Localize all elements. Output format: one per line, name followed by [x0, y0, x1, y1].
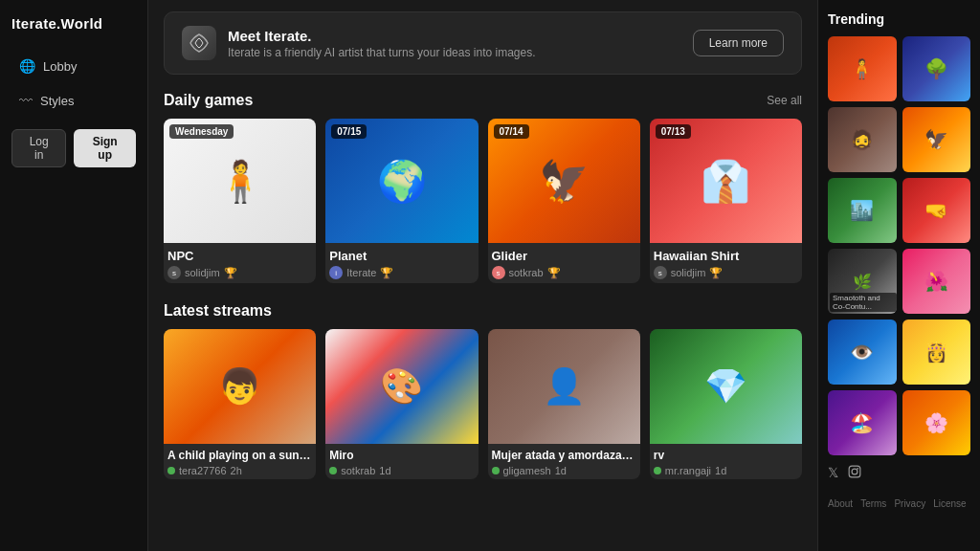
- online-dot-child: [167, 467, 175, 474]
- stream-title-miro: Miro: [329, 449, 474, 462]
- stream-meta-child: tera27766 2h: [167, 465, 312, 476]
- sidebar: Iterate.World 🌐 Lobby 〰 Styles Log in Si…: [0, 0, 148, 551]
- game-author-glider: s sotkrab 🏆: [492, 266, 636, 279]
- trending-item-0[interactable]: 🧍: [828, 36, 897, 101]
- game-card-hawaiian[interactable]: 👔 07/13 Hawaiian Shirt s solidjim 🏆: [650, 119, 802, 283]
- stream-meta-mujer: gligamesh 1d: [492, 465, 636, 476]
- stream-info-rv: rv mr.rangaji 1d: [650, 444, 802, 479]
- banner-subtitle: Iterate is a friendly AI artist that tur…: [228, 46, 536, 59]
- trophy-icon-npc: 🏆: [224, 267, 237, 279]
- sidebar-label-lobby: Lobby: [43, 59, 77, 74]
- trending-sidebar: Trending 🧍 🌳 🧔 🦅 🏙️ 🤜 🌿 Smaototh and Co-…: [817, 0, 980, 551]
- game-card-npc[interactable]: 🧍 Wednesday NPC s solidjim 🏆: [164, 119, 316, 283]
- game-info-hawaiian: Hawaiian Shirt s solidjim 🏆: [650, 243, 802, 283]
- styles-icon: 〰: [19, 93, 33, 108]
- trending-item-8[interactable]: 👁️: [828, 320, 897, 385]
- twitter-icon[interactable]: 𝕏: [828, 465, 838, 481]
- trending-item-4[interactable]: 🏙️: [828, 178, 897, 243]
- svg-rect-0: [849, 466, 860, 477]
- online-dot-miro: [329, 467, 337, 474]
- sidebar-item-styles[interactable]: 〰 Styles: [11, 87, 136, 114]
- social-icons: 𝕏: [828, 465, 970, 481]
- latest-streams-header: Latest streams: [164, 302, 802, 320]
- author-avatar-planet: i: [329, 266, 343, 279]
- game-name-hawaiian: Hawaiian Shirt: [654, 249, 798, 263]
- online-dot-mujer: [492, 467, 500, 474]
- trending-title: Trending: [828, 11, 970, 27]
- game-info-npc: NPC s solidjim 🏆: [164, 243, 316, 283]
- trophy-icon-hawaiian: 🏆: [709, 267, 723, 279]
- trending-item-9[interactable]: 👸: [902, 320, 971, 385]
- banner-icon: [182, 26, 216, 60]
- signup-button[interactable]: Sign up: [74, 129, 136, 167]
- streams-grid: 👦 A child playing on a sunny h... tera27…: [164, 329, 802, 479]
- stream-card-rv[interactable]: 💎 rv mr.rangaji 1d: [650, 329, 802, 479]
- banner-text: Meet Iterate. Iterate is a friendly AI a…: [228, 28, 536, 59]
- main-content: Meet Iterate. Iterate is a friendly AI a…: [148, 0, 817, 551]
- login-button[interactable]: Log in: [11, 129, 66, 167]
- game-author-hawaiian: s solidjim 🏆: [654, 266, 798, 279]
- game-badge-planet: 07/15: [331, 124, 367, 139]
- game-card-glider[interactable]: 🦅 07/14 Glider s sotkrab 🏆: [488, 119, 640, 283]
- globe-icon: 🌐: [19, 58, 35, 74]
- trending-item-10[interactable]: 🏖️: [828, 390, 897, 455]
- trending-label-6: Smaototh and Co-Contu...: [830, 293, 897, 312]
- sidebar-item-lobby[interactable]: 🌐 Lobby: [11, 53, 136, 79]
- stream-card-mujer[interactable]: 👤 Mujer atada y amordazada c... gligames…: [488, 329, 640, 479]
- stream-title-mujer: Mujer atada y amordazada c...: [492, 449, 636, 462]
- stream-card-child[interactable]: 👦 A child playing on a sunny h... tera27…: [164, 329, 316, 479]
- stream-title-child: A child playing on a sunny h...: [167, 449, 312, 462]
- game-name-glider: Glider: [492, 249, 636, 263]
- stream-meta-rv: mr.rangaji 1d: [654, 465, 798, 476]
- daily-games-see-all[interactable]: See all: [767, 94, 802, 107]
- trending-grid: 🧍 🌳 🧔 🦅 🏙️ 🤜 🌿 Smaototh and Co-Contu... …: [828, 36, 970, 455]
- trending-item-3[interactable]: 🦅: [902, 107, 971, 172]
- trending-item-11[interactable]: 🌸: [902, 390, 971, 455]
- trophy-icon-planet: 🏆: [380, 267, 393, 279]
- game-badge-hawaiian: 07/13: [656, 124, 691, 139]
- instagram-icon[interactable]: [848, 465, 861, 481]
- banner-title: Meet Iterate.: [228, 28, 536, 44]
- daily-games-title: Daily games: [164, 92, 253, 109]
- stream-meta-miro: sotkrab 1d: [329, 465, 474, 476]
- stream-info-miro: Miro sotkrab 1d: [325, 444, 478, 479]
- banner: Meet Iterate. Iterate is a friendly AI a…: [164, 11, 802, 75]
- game-author-planet: i Iterate 🏆: [329, 266, 474, 279]
- daily-games-header: Daily games See all: [164, 92, 802, 109]
- trending-item-6[interactable]: 🌿 Smaototh and Co-Contu...: [828, 249, 897, 314]
- banner-left: Meet Iterate. Iterate is a friendly AI a…: [182, 26, 536, 60]
- footer-links: About Terms Privacy License: [828, 489, 970, 509]
- game-badge-glider: 07/14: [494, 124, 529, 139]
- logo: Iterate.World: [11, 15, 136, 32]
- author-avatar-glider: s: [492, 266, 505, 279]
- stream-info-mujer: Mujer atada y amordazada c... gligamesh …: [488, 444, 640, 479]
- footer-license[interactable]: License: [933, 498, 966, 509]
- game-badge-npc: Wednesday: [169, 124, 234, 139]
- author-avatar-hawaiian: s: [654, 266, 667, 279]
- game-card-planet[interactable]: 🌍 07/15 Planet i Iterate 🏆: [325, 119, 478, 283]
- svg-point-2: [857, 468, 858, 470]
- footer-about[interactable]: About: [828, 498, 853, 509]
- latest-streams-title: Latest streams: [164, 302, 272, 320]
- trending-item-2[interactable]: 🧔: [828, 107, 897, 172]
- trending-item-1[interactable]: 🌳: [902, 36, 971, 101]
- stream-info-child: A child playing on a sunny h... tera2776…: [164, 444, 316, 479]
- game-info-glider: Glider s sotkrab 🏆: [488, 243, 640, 283]
- game-name-npc: NPC: [167, 249, 312, 263]
- footer-terms[interactable]: Terms: [860, 498, 886, 509]
- game-info-planet: Planet i Iterate 🏆: [325, 243, 478, 283]
- trending-item-7[interactable]: 🌺: [902, 249, 971, 314]
- daily-games-grid: 🧍 Wednesday NPC s solidjim 🏆 🌍 07/15 Pla…: [164, 119, 802, 283]
- trending-item-5[interactable]: 🤜: [902, 178, 971, 243]
- auth-buttons: Log in Sign up: [11, 129, 136, 167]
- online-dot-rv: [654, 467, 661, 474]
- stream-title-rv: rv: [654, 449, 798, 462]
- game-author-npc: s solidjim 🏆: [167, 266, 312, 279]
- author-avatar-npc: s: [167, 266, 181, 279]
- trophy-icon-glider: 🏆: [547, 267, 561, 279]
- stream-card-miro[interactable]: 🎨 Miro sotkrab 1d: [325, 329, 478, 479]
- game-name-planet: Planet: [329, 249, 474, 263]
- footer-privacy[interactable]: Privacy: [894, 498, 925, 509]
- svg-point-1: [852, 469, 858, 474]
- learn-more-button[interactable]: Learn more: [693, 30, 784, 56]
